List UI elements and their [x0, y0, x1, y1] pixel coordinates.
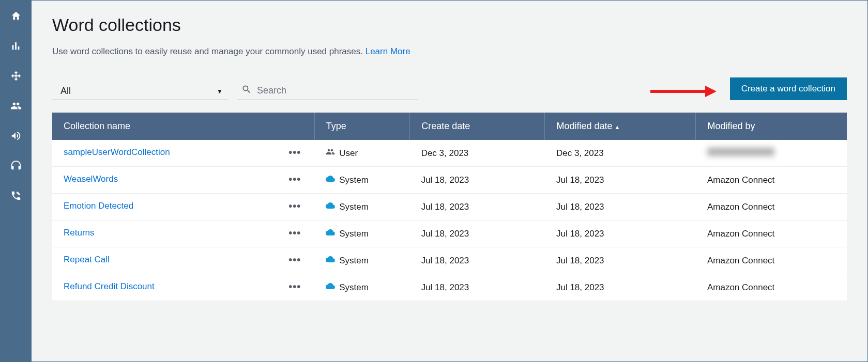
- col-modified-by[interactable]: Modified by: [696, 113, 847, 140]
- collections-table: Collection name Type Create date Modifie…: [52, 113, 847, 301]
- filter-dropdown[interactable]: All ▼: [52, 83, 228, 100]
- collection-link[interactable]: sampleUserWordCollection: [64, 147, 170, 158]
- name-cell: Refund Credit Discount•••: [52, 274, 314, 299]
- search-input[interactable]: [257, 85, 414, 96]
- type-cell: User: [314, 140, 409, 167]
- type-cell: System: [314, 274, 409, 301]
- description-text: Use word collections to easily reuse and…: [52, 46, 363, 56]
- search-box[interactable]: [237, 81, 418, 100]
- chevron-down-icon: ▼: [217, 88, 223, 95]
- create-date-cell: Jul 18, 2023: [410, 167, 545, 194]
- row-actions-icon[interactable]: •••: [286, 257, 303, 262]
- modified-date-cell: Jul 18, 2023: [545, 194, 696, 221]
- users-icon[interactable]: [10, 100, 22, 112]
- modified-by-cell: Amazon Connect: [696, 167, 847, 194]
- modified-by-cell: Amazon Connect: [696, 247, 847, 274]
- type-cell: System: [314, 194, 409, 221]
- table-row: sampleUserWordCollection•••UserDec 3, 20…: [52, 140, 847, 167]
- arrow-annotation-icon: [649, 84, 717, 99]
- headset-icon[interactable]: [10, 160, 22, 172]
- modified-date-cell: Jul 18, 2023: [545, 221, 696, 247]
- search-icon: [241, 84, 252, 97]
- sort-asc-icon: ▲: [615, 124, 620, 130]
- user-icon: [326, 147, 335, 159]
- collection-link[interactable]: WeaselWords: [64, 174, 118, 184]
- name-cell: Emotion Detected•••: [52, 194, 314, 218]
- create-date-cell: Jul 18, 2023: [410, 274, 545, 301]
- cloud-icon: [326, 255, 335, 266]
- table-row: WeaselWords•••SystemJul 18, 2023Jul 18, …: [52, 167, 847, 194]
- cloud-icon: [326, 174, 335, 186]
- row-actions-icon[interactable]: •••: [286, 150, 303, 155]
- filter-value: All: [60, 86, 71, 97]
- type-label: System: [339, 256, 369, 266]
- col-name[interactable]: Collection name: [52, 113, 314, 140]
- modified-by-cell: Amazon Connect: [696, 274, 847, 301]
- row-actions-icon[interactable]: •••: [286, 230, 303, 235]
- phone-icon[interactable]: [10, 190, 22, 202]
- create-date-cell: Jul 18, 2023: [410, 194, 545, 221]
- home-icon[interactable]: [10, 10, 22, 22]
- type-label: User: [339, 148, 358, 159]
- collection-link[interactable]: Repeat Call: [64, 255, 110, 265]
- table-row: Emotion Detected•••SystemJul 18, 2023Jul…: [52, 194, 847, 221]
- type-label: System: [339, 229, 369, 239]
- name-cell: sampleUserWordCollection•••: [52, 140, 314, 165]
- page-title: Word collections: [52, 15, 847, 35]
- cloud-icon: [326, 228, 335, 240]
- redacted-text: [707, 148, 774, 156]
- table-row: Refund Credit Discount•••SystemJul 18, 2…: [52, 274, 847, 301]
- cloud-icon: [326, 281, 335, 293]
- type-cell: System: [314, 167, 409, 194]
- col-type[interactable]: Type: [314, 113, 409, 140]
- create-date-cell: Jul 18, 2023: [410, 221, 545, 247]
- modified-by-cell: Amazon Connect: [696, 194, 847, 221]
- row-actions-icon[interactable]: •••: [286, 177, 303, 182]
- table-row: Repeat Call•••SystemJul 18, 2023Jul 18, …: [52, 247, 847, 274]
- svg-marker-1: [705, 86, 717, 97]
- collection-link[interactable]: Returns: [64, 228, 95, 238]
- create-date-cell: Jul 18, 2023: [410, 247, 545, 274]
- type-label: System: [339, 202, 369, 212]
- collection-link[interactable]: Emotion Detected: [64, 201, 133, 211]
- row-actions-icon[interactable]: •••: [286, 284, 303, 289]
- sidebar-nav: [1, 1, 32, 361]
- modified-date-cell: Dec 3, 2023: [545, 140, 696, 167]
- main-content: Word collections Use word collections to…: [32, 1, 867, 361]
- modified-date-cell: Jul 18, 2023: [545, 274, 696, 301]
- analytics-icon[interactable]: [10, 40, 22, 52]
- routing-icon[interactable]: [10, 70, 22, 82]
- create-date-cell: Dec 3, 2023: [410, 140, 545, 167]
- type-label: System: [339, 175, 369, 185]
- name-cell: WeaselWords•••: [52, 167, 314, 192]
- table-header-row: Collection name Type Create date Modifie…: [52, 113, 847, 140]
- type-cell: System: [314, 247, 409, 274]
- modified-by-cell: Amazon Connect: [696, 221, 847, 247]
- controls-row: All ▼ Create a word collection: [52, 77, 847, 100]
- col-modified-date[interactable]: Modified date▲: [545, 113, 696, 140]
- modified-date-cell: Jul 18, 2023: [545, 167, 696, 194]
- name-cell: Returns•••: [52, 221, 314, 245]
- collection-link[interactable]: Refund Credit Discount: [64, 281, 155, 292]
- table-row: Returns•••SystemJul 18, 2023Jul 18, 2023…: [52, 221, 847, 247]
- learn-more-link[interactable]: Learn More: [366, 46, 410, 56]
- create-word-collection-button[interactable]: Create a word collection: [730, 77, 847, 100]
- col-create-date[interactable]: Create date: [410, 113, 545, 140]
- type-label: System: [339, 282, 369, 293]
- campaigns-icon[interactable]: [10, 130, 22, 142]
- row-actions-icon[interactable]: •••: [286, 203, 303, 209]
- type-cell: System: [314, 221, 409, 247]
- name-cell: Repeat Call•••: [52, 247, 314, 272]
- modified-date-cell: Jul 18, 2023: [545, 247, 696, 274]
- page-description: Use word collections to easily reuse and…: [52, 46, 847, 57]
- modified-by-cell: [696, 140, 847, 167]
- cloud-icon: [326, 201, 335, 213]
